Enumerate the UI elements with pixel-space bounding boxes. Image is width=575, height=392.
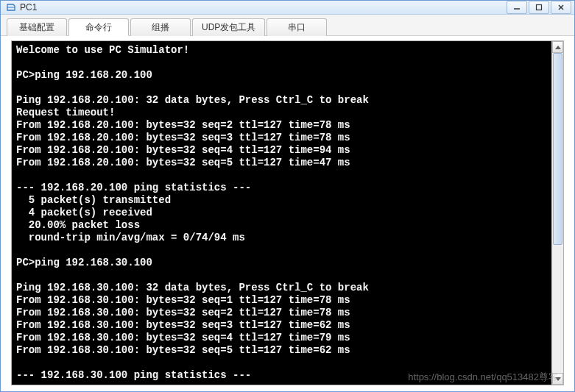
app-window: PC1 基础配置 命令行 组播 UDP发包工具 串口 Welcome to us… xyxy=(0,0,575,392)
tab-basic-config[interactable]: 基础配置 xyxy=(7,18,67,36)
tab-serial[interactable]: 串口 xyxy=(267,18,327,36)
terminal-output[interactable]: Welcome to use PC Simulator! PC>ping 192… xyxy=(12,41,551,385)
minimize-button[interactable] xyxy=(507,1,527,14)
scroll-thumb[interactable] xyxy=(553,53,562,245)
scrollbar xyxy=(551,41,563,385)
app-icon xyxy=(5,1,17,13)
tab-udp-tool[interactable]: UDP发包工具 xyxy=(192,18,265,36)
content-area: Welcome to use PC Simulator! PC>ping 192… xyxy=(1,36,574,392)
scroll-track[interactable] xyxy=(552,53,563,373)
tab-multicast[interactable]: 组播 xyxy=(130,18,191,36)
tabbar: 基础配置 命令行 组播 UDP发包工具 串口 xyxy=(1,15,574,36)
window-controls xyxy=(507,1,571,14)
titlebar: PC1 xyxy=(1,1,574,15)
maximize-button[interactable] xyxy=(529,1,549,14)
window-title: PC1 xyxy=(20,2,507,13)
tab-command-line[interactable]: 命令行 xyxy=(68,18,129,36)
chevron-up-icon xyxy=(555,46,561,49)
scroll-down-button[interactable] xyxy=(552,373,563,385)
terminal-frame: Welcome to use PC Simulator! PC>ping 192… xyxy=(11,40,564,385)
close-button[interactable] xyxy=(551,1,571,14)
svg-rect-1 xyxy=(537,5,542,10)
scroll-up-button[interactable] xyxy=(552,41,563,53)
chevron-down-icon xyxy=(555,377,561,381)
